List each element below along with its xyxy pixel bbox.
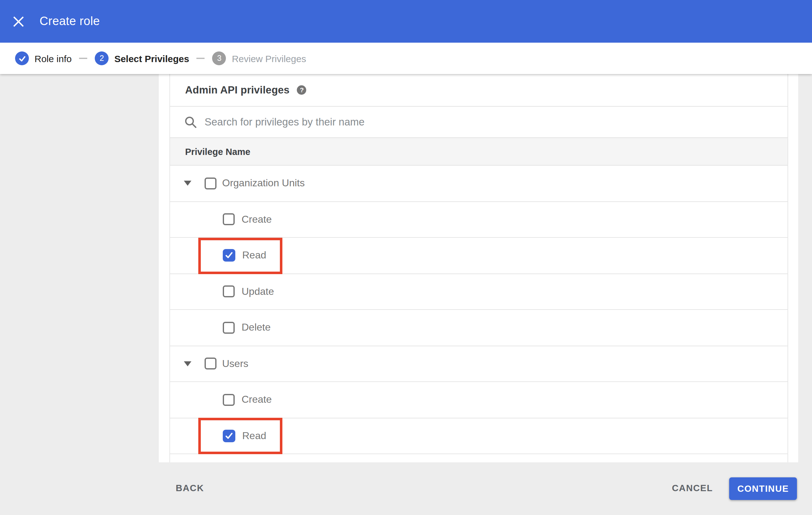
search-input[interactable] bbox=[205, 116, 682, 128]
step-label: Role info bbox=[34, 53, 71, 64]
privilege-label: Update bbox=[241, 286, 274, 297]
collapse-triangle-icon[interactable] bbox=[184, 181, 192, 186]
privilege-search-row bbox=[170, 107, 787, 138]
close-icon[interactable] bbox=[13, 16, 24, 27]
privilege-row: Read bbox=[170, 418, 787, 454]
privilege-label: Users bbox=[222, 358, 249, 369]
continue-button[interactable]: CONTINUE bbox=[729, 477, 797, 500]
privilege-group-row: Organization Units bbox=[170, 165, 787, 202]
collapse-triangle-icon[interactable] bbox=[184, 361, 192, 366]
create-role-dialog: Create role Role info 2 Select Privilege… bbox=[0, 0, 812, 515]
privilege-label: Read bbox=[242, 430, 266, 442]
checkbox-organization-units[interactable] bbox=[205, 178, 216, 189]
checkbox-users[interactable] bbox=[205, 358, 216, 370]
checkbox-users-read[interactable] bbox=[223, 430, 235, 442]
checkbox-orgunits-delete[interactable] bbox=[223, 322, 235, 334]
privilege-row: Create bbox=[170, 202, 787, 238]
back-button[interactable]: BACK bbox=[176, 483, 204, 493]
privilege-row: Read bbox=[170, 238, 787, 274]
help-icon[interactable]: ? bbox=[297, 85, 307, 94]
wizard-stepper: Role info 2 Select Privileges 3 Review P… bbox=[0, 43, 812, 74]
step-separator bbox=[197, 58, 205, 59]
dialog-title: Create role bbox=[39, 0, 100, 43]
step-role-info[interactable]: Role info bbox=[15, 52, 71, 65]
step-separator bbox=[79, 58, 87, 59]
column-header-privilege-name: Privilege Name bbox=[185, 147, 250, 156]
privilege-label: Organization Units bbox=[222, 178, 304, 189]
step-label: Review Privileges bbox=[232, 53, 306, 64]
privilege-label: Create bbox=[241, 394, 272, 405]
checkbox-orgunits-update[interactable] bbox=[223, 286, 235, 298]
privilege-row: Update bbox=[170, 274, 787, 310]
privilege-row: Create bbox=[170, 382, 787, 418]
section-heading-row: Admin API privileges ? bbox=[170, 73, 787, 107]
checkbox-orgunits-read[interactable] bbox=[223, 249, 235, 262]
privilege-label: Delete bbox=[241, 322, 271, 333]
cancel-button[interactable]: CANCEL bbox=[672, 483, 713, 493]
privilege-group-row: Users bbox=[170, 346, 787, 382]
privilege-row: Delete bbox=[170, 310, 787, 346]
dialog-header: Create role bbox=[0, 0, 812, 43]
dialog-footer: BACK CANCEL CONTINUE bbox=[0, 462, 812, 515]
step-number-badge: 3 bbox=[212, 52, 226, 65]
privilege-label: Create bbox=[241, 214, 272, 225]
table-header-row: Privilege Name bbox=[170, 138, 787, 165]
section-heading: Admin API privileges bbox=[185, 84, 290, 96]
checkbox-orgunits-create[interactable] bbox=[223, 214, 235, 225]
step-number-badge: 2 bbox=[95, 52, 109, 65]
step-review-privileges[interactable]: 3 Review Privileges bbox=[212, 52, 306, 65]
step-label: Select Privileges bbox=[114, 53, 189, 64]
step-completed-check-icon bbox=[15, 52, 29, 65]
checkbox-users-create[interactable] bbox=[223, 394, 235, 406]
privileges-panel: Admin API privileges ? Privilege Name bbox=[169, 73, 788, 462]
privileges-sheet: Admin API privileges ? Privilege Name bbox=[159, 73, 798, 462]
search-icon bbox=[184, 115, 198, 129]
privilege-label: Read bbox=[242, 250, 266, 261]
step-select-privileges[interactable]: 2 Select Privileges bbox=[95, 52, 189, 65]
